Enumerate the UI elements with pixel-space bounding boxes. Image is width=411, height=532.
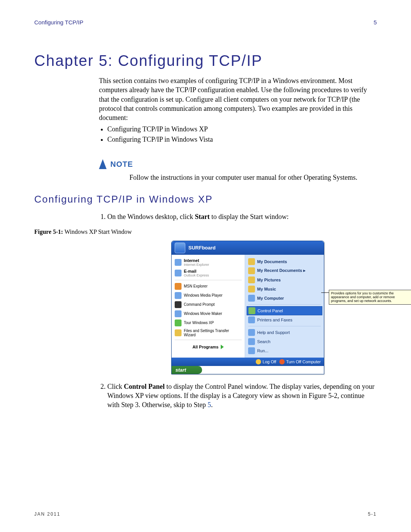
chapter-title: Chapter 5: Configuring TCP/IP [34, 52, 377, 69]
search-icon [248, 338, 255, 345]
start-item-cmd[interactable]: Command Prompt [173, 300, 243, 309]
intro-bullet-1: Configuring TCP/IP in Windows XP [107, 125, 377, 134]
start-item-fstw[interactable]: Files and Settings Transfer Wizard [173, 328, 243, 338]
folder-icon [248, 267, 255, 274]
header-left: Configuring TCP/IP [34, 19, 83, 26]
note-header: NOTE [99, 159, 377, 169]
start-menu-footer: Log Off Turn Off Computer [172, 358, 324, 366]
folder-icon [248, 258, 255, 265]
start-item-mycomp[interactable]: My Computer [247, 294, 322, 303]
figure-label: Figure 5-1: [34, 228, 63, 235]
start-item-search[interactable]: Search [247, 337, 322, 346]
intro-bullet-list: Configuring TCP/IP in Windows XP Configu… [99, 125, 377, 144]
start-menu-username: SURFboard [188, 245, 216, 251]
start-button[interactable]: start [172, 366, 202, 374]
start-item-recent[interactable]: My Recent Documents ▸ [247, 266, 322, 275]
run-icon [248, 347, 255, 354]
control-panel-tooltip: Provides options for you to customize th… [329, 290, 411, 305]
note-triangle-icon [99, 159, 107, 169]
start-item-mydocs[interactable]: My Documents [247, 257, 322, 266]
section-heading: Configuring TCP/IP in Windows XP [34, 193, 377, 205]
page-header: Configuring TCP/IP 5 [34, 19, 377, 26]
msn-icon [175, 283, 182, 290]
fstw-icon [175, 329, 182, 336]
step-1: On the Windows desktop, click Start to d… [107, 212, 377, 221]
header-page-number: 5 [374, 19, 377, 26]
control-panel-icon [249, 307, 255, 314]
ie-icon [175, 259, 182, 266]
start-item-email[interactable]: E-mailOutlook Express [173, 268, 243, 278]
step-link-5[interactable]: 5 [208, 401, 211, 409]
page-footer: JAN 2011 5-1 [34, 511, 377, 517]
start-item-mymusic[interactable]: My Music [247, 284, 322, 294]
power-icon [279, 359, 285, 364]
moviemaker-icon [175, 310, 182, 317]
start-menu-header: SURFboard [172, 241, 324, 255]
start-item-run[interactable]: Run... [247, 346, 322, 355]
step-2: Click Control Panel to display the Contr… [107, 382, 377, 410]
tour-icon [175, 320, 182, 326]
figure-caption: Figure 5-1: Windows XP Start Window [34, 228, 377, 235]
start-menu-right-pane: My Documents My Recent Documents ▸ My Pi… [245, 255, 324, 358]
printer-icon [248, 316, 255, 323]
help-icon [248, 329, 255, 336]
figure-title: Windows XP Start Window [63, 228, 132, 235]
figure-startmenu: SURFboard InternetInternet Explorer E-ma… [171, 241, 377, 374]
start-menu-left-pane: InternetInternet Explorer E-mailOutlook … [172, 255, 245, 358]
start-item-printers[interactable]: Printers and Faxes [247, 315, 322, 324]
wmp-icon [175, 292, 182, 299]
start-all-programs[interactable]: All Programs [173, 343, 243, 351]
note-label: NOTE [110, 160, 133, 169]
start-item-wmp[interactable]: Windows Media Player [173, 291, 243, 300]
start-item-mypics[interactable]: My Pictures [247, 275, 322, 284]
intro-bullet-2: Configuring TCP/IP in Windows Vista [107, 135, 377, 144]
step-list-continued: Click Control Panel to display the Contr… [99, 382, 377, 410]
intro-text: This section contains two examples of co… [99, 77, 367, 121]
logoff-icon [256, 359, 261, 364]
start-item-msn[interactable]: MSN Explorer [173, 282, 243, 291]
footer-date: JAN 2011 [34, 511, 61, 517]
step-list: On the Windows desktop, click Start to d… [99, 212, 377, 221]
start-item-tour[interactable]: Tour Windows XP [173, 318, 243, 328]
intro-paragraph: This section contains two examples of co… [99, 76, 377, 144]
computer-icon [248, 295, 255, 302]
mail-icon [175, 270, 182, 276]
start-item-control-panel[interactable]: Control Panel [247, 306, 322, 315]
start-item-moviemaker[interactable]: Windows Movie Maker [173, 309, 243, 318]
logoff-button[interactable]: Log Off [256, 359, 276, 364]
start-menu: SURFboard InternetInternet Explorer E-ma… [171, 241, 324, 374]
turnoff-button[interactable]: Turn Off Computer [279, 359, 321, 364]
footer-page: 5-1 [368, 511, 377, 517]
tooltip-connector [321, 292, 330, 293]
folder-icon [248, 276, 255, 283]
cmd-icon [175, 301, 182, 308]
folder-icon [248, 286, 255, 292]
note-body: Follow the instructions in your computer… [129, 173, 377, 182]
start-item-help[interactable]: Help and Support [247, 328, 322, 337]
all-programs-arrow-icon [221, 345, 224, 349]
start-item-internet[interactable]: InternetInternet Explorer [173, 257, 243, 268]
avatar [175, 243, 185, 253]
